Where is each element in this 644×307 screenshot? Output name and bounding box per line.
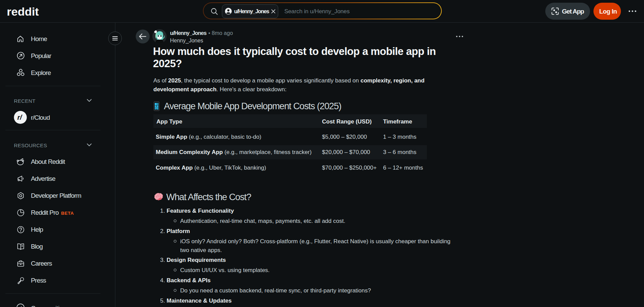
svg-text:r/: r/ <box>19 306 22 307</box>
